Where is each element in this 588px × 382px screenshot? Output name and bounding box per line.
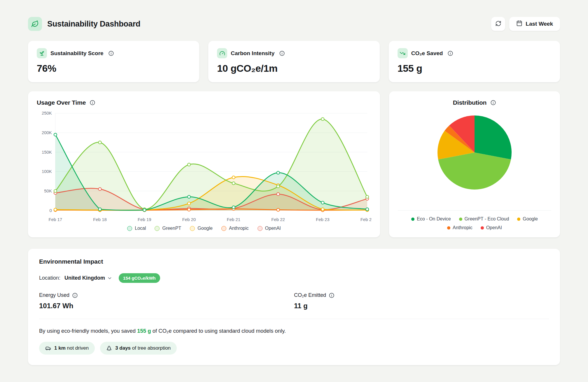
svg-text:Feb 23: Feb 23	[316, 217, 330, 222]
distribution-card: Distribution Eco - On DeviceGreenPT - Ec…	[389, 91, 560, 237]
legend-item-anthropic: Anthropic	[447, 225, 473, 230]
legend-item-anthropic[interactable]: Anthropic	[221, 226, 249, 231]
legend-item-openai[interactable]: OpenAI	[258, 226, 281, 231]
info-icon[interactable]	[72, 292, 78, 298]
svg-text:Feb 18: Feb 18	[93, 217, 107, 222]
stat-card-carbon-intensity: Carbon Intensity 10 gCO₂e/1m	[208, 41, 379, 82]
energy-used-label: Energy Used	[39, 292, 69, 298]
co2e-emitted-stat: CO₂e Emitted 11 g	[294, 292, 549, 310]
legend-item-google[interactable]: Google	[190, 226, 213, 231]
header-actions: Last Week	[491, 17, 560, 31]
legend-item-eco-on-device: Eco - On Device	[411, 216, 451, 222]
usage-line-chart: 050K100K150K200K250KFeb 17Feb 18Feb 19Fe…	[37, 108, 371, 225]
distribution-pie-chart	[437, 115, 512, 190]
leaf-icon	[28, 17, 42, 31]
legend-swatch	[411, 218, 414, 221]
legend-swatch	[481, 226, 484, 229]
info-icon[interactable]	[447, 50, 453, 56]
usage-chart-title: Usage Over Time	[37, 99, 86, 106]
stat-value: 10 gCO₂e/1m	[217, 63, 371, 74]
stat-value: 155 g	[398, 63, 551, 74]
usage-over-time-card: Usage Over Time 050K100K150K200K250KFeb …	[28, 91, 380, 237]
legend-item-google: Google	[517, 216, 538, 222]
impact-title: Environmental Impact	[39, 258, 549, 265]
chevron-down-icon	[107, 276, 112, 281]
tree-icon	[106, 345, 112, 351]
stat-label: CO₂e Saved	[411, 50, 443, 57]
gauge-icon	[217, 48, 227, 58]
legend-item-greenpt-eco-cloud: GreenPT - Eco Cloud	[459, 216, 509, 222]
equivalence-pills: 1 km not driven 3 days of tree absorptio…	[39, 342, 549, 355]
stat-card-co2e-saved: CO₂e Saved 155 g	[389, 41, 560, 82]
location-select[interactable]: United Kingdom	[64, 275, 112, 281]
location-label: Location:	[39, 275, 60, 281]
stat-card-sustainability-score: Sustainability Score 76%	[28, 41, 199, 82]
co2e-emitted-value: 11 g	[294, 302, 549, 310]
location-value: United Kingdom	[64, 275, 105, 281]
legend-swatch	[221, 226, 226, 231]
trend-down-icon	[398, 48, 408, 58]
stat-value: 76%	[37, 63, 190, 74]
svg-text:Feb 19: Feb 19	[138, 217, 151, 222]
period-selector-button[interactable]: Last Week	[509, 17, 560, 31]
tree-absorption-pill: 3 days of tree absorption	[100, 342, 177, 355]
header: Sustainability Dashboard Last Week	[28, 17, 560, 31]
energy-used-stat: Energy Used 101.67 Wh	[39, 292, 294, 310]
legend-swatch	[459, 218, 462, 221]
legend-item-greenpt[interactable]: GreenPT	[155, 226, 181, 231]
distribution-legend: Eco - On DeviceGreenPT - Eco CloudGoogle…	[398, 210, 551, 230]
svg-text:250K: 250K	[42, 111, 52, 115]
svg-text:150K: 150K	[42, 150, 52, 155]
legend-swatch	[155, 226, 160, 231]
info-icon[interactable]	[329, 292, 335, 298]
charts-row: Usage Over Time 050K100K150K200K250KFeb …	[28, 91, 560, 237]
refresh-button[interactable]	[491, 17, 505, 31]
svg-text:Feb 22: Feb 22	[271, 217, 285, 222]
location-row: Location: United Kingdom 154 gCO₂e/kWh	[39, 273, 549, 283]
energy-used-value: 101.67 Wh	[39, 302, 294, 310]
info-icon[interactable]	[490, 100, 496, 106]
svg-text:Feb 17: Feb 17	[49, 217, 62, 222]
legend-swatch	[517, 218, 520, 221]
svg-text:50K: 50K	[44, 188, 52, 193]
co2e-emitted-label: CO₂e Emitted	[294, 292, 326, 298]
km-not-driven-pill: 1 km not driven	[39, 342, 95, 355]
impact-stats: Energy Used 101.67 Wh CO₂e Emitted 11 g	[39, 292, 549, 319]
info-icon[interactable]	[108, 50, 114, 56]
legend-item-openai: OpenAI	[481, 225, 502, 230]
info-icon[interactable]	[279, 50, 285, 56]
brand: Sustainability Dashboard	[28, 17, 140, 31]
stats-row: Sustainability Score 76% Carbon Intensit…	[28, 41, 560, 82]
page-title: Sustainability Dashboard	[47, 20, 140, 29]
refresh-icon	[495, 20, 501, 27]
svg-text:0: 0	[50, 208, 52, 213]
stat-label: Sustainability Score	[50, 50, 104, 57]
savings-summary: By using eco-friendly models, you saved …	[39, 328, 549, 334]
svg-text:Feb 24: Feb 24	[360, 217, 371, 222]
sprout-icon	[37, 48, 47, 58]
legend-swatch	[258, 226, 262, 231]
dashboard: Sustainability Dashboard Last Week	[0, 0, 588, 380]
period-label: Last Week	[526, 21, 553, 27]
info-icon[interactable]	[90, 100, 95, 106]
car-icon	[45, 345, 51, 351]
stat-label: Carbon Intensity	[231, 50, 274, 57]
legend-item-local[interactable]: Local	[127, 226, 146, 231]
usage-legend: LocalGreenPTGoogleAnthropicOpenAI	[37, 226, 371, 231]
svg-text:100K: 100K	[42, 169, 52, 174]
distribution-chart-title: Distribution	[453, 99, 487, 106]
svg-text:200K: 200K	[42, 130, 52, 135]
environmental-impact-card: Environmental Impact Location: United Ki…	[28, 249, 560, 365]
calendar-icon	[516, 20, 522, 28]
legend-swatch	[127, 226, 132, 231]
svg-text:Feb 20: Feb 20	[182, 217, 196, 222]
carbon-intensity-badge: 154 gCO₂e/kWh	[119, 273, 160, 283]
legend-swatch	[190, 226, 195, 231]
savings-highlight: 155 g	[137, 328, 151, 334]
legend-swatch	[447, 226, 450, 229]
svg-text:Feb 21: Feb 21	[227, 217, 241, 222]
